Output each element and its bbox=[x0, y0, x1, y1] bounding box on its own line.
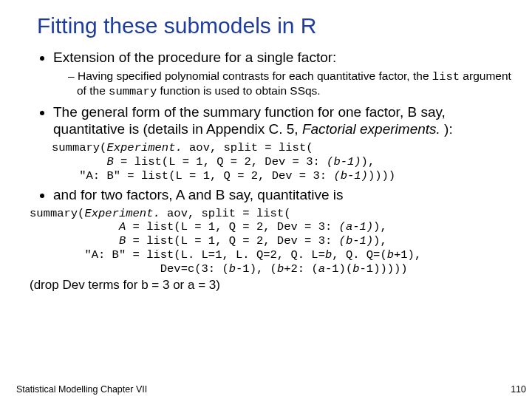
c1l3a: "A: B" = list(L = 1, Q = 2, Dev = 3: bbox=[52, 169, 333, 183]
sub1-code1: list bbox=[432, 70, 460, 83]
c2l2d: (a-1) bbox=[339, 220, 374, 233]
c2l3c: = list(L = 1, Q = 2, Dev = 3: bbox=[126, 234, 338, 248]
c2l5g: -1)( bbox=[325, 262, 352, 276]
c2l2b: A bbox=[119, 220, 126, 233]
page-number: 110 bbox=[511, 384, 526, 395]
bullet-1-text: Extension of the procedure for a single … bbox=[53, 50, 336, 65]
bullet-item-1: Extension of the procedure for a single … bbox=[53, 49, 511, 99]
c2l2e: ), bbox=[373, 220, 387, 233]
c2l5c: -1), ( bbox=[236, 262, 277, 276]
c1l1a: summary( bbox=[52, 141, 106, 154]
sub1-pre: Having specified polynomial contrasts fo… bbox=[78, 69, 432, 82]
c2l3e: ), bbox=[373, 234, 387, 248]
bullet-item-2: The general form of the summary function… bbox=[53, 103, 511, 139]
c2l2a bbox=[30, 220, 119, 233]
c2l5i: -1))))) bbox=[360, 262, 408, 276]
slide-title: Fitting these submodels in R bbox=[37, 13, 511, 38]
c2l5f: a bbox=[318, 262, 325, 276]
c2l4b: b bbox=[325, 248, 332, 262]
c2l5d: b bbox=[277, 262, 284, 276]
c1l1b: Experiment. bbox=[106, 141, 182, 154]
code-block-2: summary(Experiment. aov, split = list( A… bbox=[30, 207, 511, 277]
b3-text: and for two factors, A and B say, quanti… bbox=[53, 187, 344, 202]
c1l2c: = list(L = 1, Q = 2, Dev = 3: bbox=[114, 155, 327, 168]
code-block-1: summary(Experiment. aov, split = list( B… bbox=[52, 141, 511, 183]
b2-ital: Factorial experiments. bbox=[302, 121, 440, 137]
c1l2d: (b-1) bbox=[327, 155, 361, 168]
c2l5a: Dev=c(3: ( bbox=[30, 262, 229, 276]
c1l2b: B bbox=[106, 155, 113, 168]
c2l1a: summary( bbox=[30, 207, 84, 220]
c1l2e: ), bbox=[361, 155, 375, 168]
c2l3d: (b-1) bbox=[339, 234, 374, 248]
sub1-post: function is used to obtain SSqs. bbox=[157, 84, 320, 97]
c2l4c: , Q. Q=( bbox=[332, 248, 386, 262]
footer-left: Statistical Modelling Chapter VII bbox=[16, 384, 147, 395]
drop-note: (drop Dev terms for b = 3 or a = 3) bbox=[30, 278, 511, 293]
sub1-code2: summary bbox=[109, 85, 157, 98]
c1l1c: aov, split = list( bbox=[183, 141, 313, 154]
c2l3a bbox=[30, 234, 119, 248]
bullet-list-2: and for two factors, A and B say, quanti… bbox=[37, 186, 511, 204]
sub-bullet-list: Having specified polynomial contrasts fo… bbox=[53, 69, 511, 99]
bullet-item-3: and for two factors, A and B say, quanti… bbox=[53, 186, 511, 204]
c2l1b: Experiment. bbox=[84, 207, 160, 220]
c2l3b: B bbox=[119, 234, 126, 248]
c2l5b: b bbox=[229, 262, 236, 276]
c1l3c: )))) bbox=[368, 169, 395, 183]
c2l5e: +2: ( bbox=[284, 262, 318, 276]
bullet-list: Extension of the procedure for a single … bbox=[37, 49, 511, 138]
c2l4d: b bbox=[387, 248, 394, 262]
c2l1c: aov, split = list( bbox=[160, 207, 291, 220]
c2l4a: "A: B" = list(L. L=1, L. Q=2, Q. L= bbox=[30, 248, 325, 262]
c2l4e: +1), bbox=[394, 248, 421, 262]
sub-bullet-1: Having specified polynomial contrasts fo… bbox=[68, 69, 511, 99]
c1l2a bbox=[52, 155, 106, 168]
c1l3b: (b-1) bbox=[333, 169, 368, 183]
footer: Statistical Modelling Chapter VII 110 bbox=[16, 384, 526, 395]
b2-post: ): bbox=[440, 121, 453, 137]
c2l5h: b bbox=[352, 262, 359, 276]
c2l2c: = list(L = 1, Q = 2, Dev = 3: bbox=[126, 220, 338, 233]
